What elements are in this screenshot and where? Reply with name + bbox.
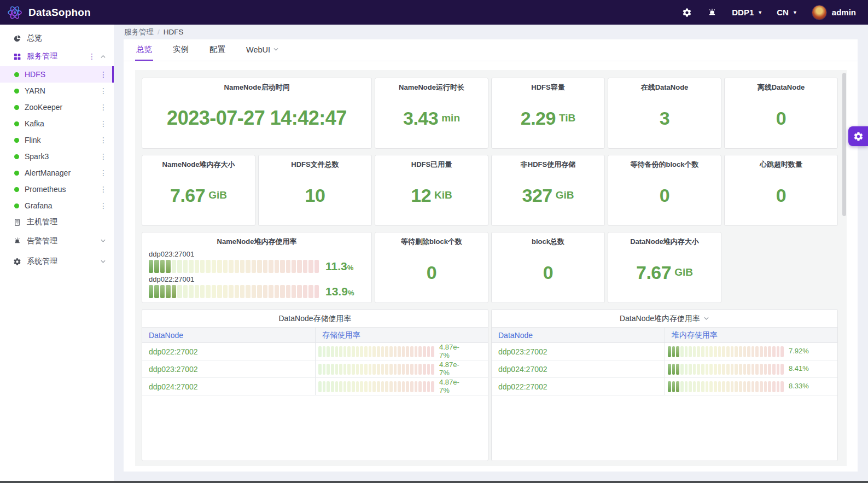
service-list: HDFS⋮YARN⋮ZooKeeper⋮Kafka⋮Flink⋮Spark3⋮A…	[0, 66, 114, 214]
bottom-scrollbar[interactable]	[0, 481, 868, 483]
language-label: CN	[777, 8, 789, 17]
stat-number: 0	[660, 185, 669, 206]
service-menu-icon[interactable]: ⋮	[100, 201, 106, 210]
table-row: ddp024:270028.41%	[492, 360, 837, 378]
chevron-down-icon	[273, 46, 279, 53]
chevron-down-icon	[100, 238, 106, 244]
tab-label: 配置	[209, 44, 225, 55]
service-status-dot	[14, 72, 19, 77]
breadcrumb: 服务管理 / HDFS	[114, 25, 868, 39]
appstore-icon	[13, 53, 21, 61]
stat-title: HDFS文件总数	[259, 160, 371, 170]
stat-value: 2023-07-27 14:42:47	[142, 92, 371, 148]
floating-settings-button[interactable]	[848, 126, 868, 146]
more-menu-icon[interactable]: ⋮	[88, 52, 95, 61]
sidebar-item-host-mgmt[interactable]: 主机管理	[0, 214, 114, 230]
sidebar-item-grafana[interactable]: Grafana⋮	[0, 197, 114, 214]
tab-label: 实例	[173, 44, 189, 55]
service-name: Flink	[25, 136, 94, 144]
usage-cell: 8.33%	[665, 378, 837, 395]
gauge-panel-title: NameNode堆内存使用率	[142, 237, 371, 247]
usage-value: 8.41%	[789, 365, 809, 373]
table-header-row: DataNode堆内存使用率	[492, 327, 837, 343]
sidebar-item-spark3[interactable]: Spark3⋮	[0, 148, 114, 165]
stat-card: DataNode堆内存大小7.67GiB	[608, 232, 721, 303]
breadcrumb-separator: /	[158, 28, 160, 36]
stat-number: 3.43	[403, 108, 438, 129]
server-icon	[13, 218, 21, 226]
stat-value: 0	[725, 92, 837, 148]
gauge-value: 11.3%	[325, 260, 365, 273]
stat-unit: GiB	[556, 189, 574, 201]
table-row: ddp023:270024.87e-7%	[142, 360, 488, 378]
service-status-dot	[14, 187, 19, 192]
table-title[interactable]: DataNode堆内存使用率	[492, 310, 837, 327]
sidebar: 总览 服务管理 ⋮ HDFS⋮YARN⋮ZooKeeper⋮Kafka⋮Flin…	[0, 25, 114, 483]
stat-card: HDFS容量2.29TiB	[491, 78, 605, 149]
pie-chart-icon	[13, 34, 21, 43]
service-menu-icon[interactable]: ⋮	[100, 119, 106, 128]
bar-gauge	[668, 381, 784, 392]
bar-gauge	[318, 381, 434, 392]
sidebar-item-hdfs[interactable]: HDFS⋮	[0, 66, 114, 83]
dashboard-scrollbar[interactable]	[842, 73, 846, 216]
service-menu-icon[interactable]: ⋮	[100, 185, 106, 194]
stat-title: 等待备份的block个数	[608, 160, 721, 170]
column-header[interactable]: DataNode	[142, 328, 315, 342]
usage-cell: 4.87e-7%	[315, 360, 488, 377]
sidebar-item-system-mgmt[interactable]: 系统管理	[0, 252, 114, 271]
service-menu-icon[interactable]: ⋮	[100, 152, 106, 161]
sidebar-item-kafka[interactable]: Kafka⋮	[0, 115, 114, 132]
stat-card: NameNode堆内存大小7.67GiB	[142, 155, 255, 226]
sidebar-item-zookeeper[interactable]: ZooKeeper⋮	[0, 99, 114, 115]
tab-webui[interactable]: WebUI	[245, 39, 280, 61]
brand: DataSophon	[7, 4, 91, 21]
datanode-cell: ddp023:27002	[142, 360, 315, 377]
sidebar-item-alert-mgmt[interactable]: 告警管理	[0, 232, 114, 250]
sidebar-item-flink[interactable]: Flink⋮	[0, 132, 114, 148]
sidebar-item-yarn[interactable]: YARN⋮	[0, 83, 114, 99]
breadcrumb-parent[interactable]: 服务管理	[124, 27, 154, 37]
column-header[interactable]: 堆内存使用率	[665, 328, 837, 342]
stat-title: 非HDFS使用存储	[492, 160, 604, 170]
gear-icon	[853, 131, 864, 142]
service-menu-icon[interactable]: ⋮	[100, 86, 106, 95]
service-menu-icon[interactable]: ⋮	[100, 70, 106, 79]
app-logo-icon	[7, 4, 23, 21]
gauge-row: 11.3%	[149, 260, 365, 273]
service-menu-icon[interactable]: ⋮	[100, 136, 106, 144]
sidebar-item-overview[interactable]: 总览	[0, 30, 114, 46]
datanode-cell: ddp022:27002	[142, 343, 315, 360]
cluster-select[interactable]: DDP1 ▼	[732, 8, 762, 17]
stat-title: 心跳超时数量	[725, 160, 837, 170]
service-menu-icon[interactable]: ⋮	[100, 103, 106, 112]
stat-title: NameNode堆内存大小	[142, 160, 255, 170]
language-select[interactable]: CN ▼	[777, 8, 797, 17]
alert-icon[interactable]	[707, 7, 718, 18]
stat-card: 在线DataNode3	[608, 78, 721, 149]
datanode-cell: ddp023:27002	[492, 343, 665, 360]
service-status-dot	[14, 89, 19, 94]
table-title-text: DataNode存储使用率	[278, 310, 351, 327]
table-header-row: DataNode存储使用率	[142, 327, 488, 343]
service-status-dot	[14, 154, 19, 159]
stat-card: 等待备份的block个数0	[608, 155, 721, 226]
tab-instances[interactable]: 实例	[172, 39, 190, 61]
stat-title: NameNode启动时间	[142, 83, 371, 92]
datanode-cell: ddp022:27002	[492, 378, 665, 395]
tab-overview[interactable]: 总览	[135, 39, 153, 61]
stat-number: 0	[776, 108, 786, 129]
table-title: DataNode存储使用率	[142, 310, 488, 327]
chevron-up-icon[interactable]	[100, 54, 106, 60]
settings-icon[interactable]	[681, 7, 692, 18]
stat-unit: GiB	[674, 266, 693, 278]
column-header[interactable]: DataNode	[492, 328, 665, 342]
column-header[interactable]: 存储使用率	[315, 328, 488, 342]
user-menu[interactable]: admin	[812, 5, 856, 20]
sidebar-item-service-mgmt[interactable]: 服务管理 ⋮	[0, 48, 114, 65]
tab-config[interactable]: 配置	[208, 39, 226, 61]
sidebar-item-alertmanager[interactable]: AlertManager⋮	[0, 165, 114, 181]
usage-value: 4.87e-7%	[439, 379, 467, 395]
service-menu-icon[interactable]: ⋮	[100, 168, 106, 177]
sidebar-item-prometheus[interactable]: Prometheus⋮	[0, 181, 114, 197]
